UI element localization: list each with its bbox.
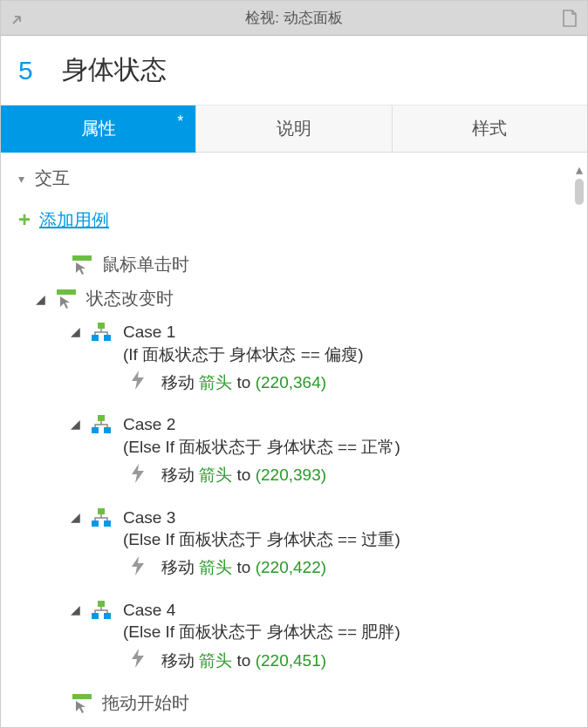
svg-rect-10 xyxy=(104,520,111,527)
expand-toggle[interactable]: ◢ xyxy=(71,510,86,524)
tab-label: 样式 xyxy=(472,117,507,140)
svg-rect-1 xyxy=(57,289,76,295)
event-icon xyxy=(57,289,76,309)
action-to: to xyxy=(237,466,251,484)
panel-title: 检视: 动态面板 xyxy=(36,8,552,28)
action-verb: 移动 xyxy=(161,558,195,576)
action-item[interactable]: 移动 箭头 to (220,422) xyxy=(1,553,587,594)
action-verb: 移动 xyxy=(161,466,195,484)
tab-notes[interactable]: 说明 xyxy=(196,105,392,153)
action-to: to xyxy=(237,651,251,670)
action-text: 移动 箭头 to (220,364) xyxy=(161,371,326,394)
action-verb: 移动 xyxy=(161,373,195,391)
bolt-icon xyxy=(130,464,149,487)
section-title: 交互 xyxy=(35,167,70,190)
case-item[interactable]: ◢ Case 1 (If 面板状态于 身体状态 == 偏瘦) xyxy=(1,316,587,367)
case-icon xyxy=(92,601,111,620)
expand-toggle[interactable]: ◢ xyxy=(71,324,86,338)
action-coords: (220,422) xyxy=(256,558,326,576)
scrollbar-thumb[interactable] xyxy=(575,179,584,205)
svg-rect-3 xyxy=(92,335,99,341)
bolt-icon xyxy=(130,556,149,580)
event-label: 拖动开始时 xyxy=(102,691,189,715)
action-coords: (220,393) xyxy=(256,466,326,484)
add-case-button[interactable]: + 添加用例 xyxy=(1,199,587,248)
scroll-up-icon[interactable]: ▴ xyxy=(571,161,587,178)
case-text: Case 3 (Else If 面板状态于 身体状态 == 过重) xyxy=(123,507,400,551)
svg-rect-11 xyxy=(98,601,105,607)
event-label: 状态改变时 xyxy=(86,287,174,310)
case-condition: (If 面板状态于 身体状态 == 偏瘦) xyxy=(123,344,364,366)
action-text: 移动 箭头 to (220,451) xyxy=(161,650,326,672)
case-label: Case 4 xyxy=(123,599,400,622)
case-condition: (Else If 面板状态于 身体状态 == 肥胖) xyxy=(123,621,400,643)
action-verb: 移动 xyxy=(161,651,195,670)
case-text: Case 4 (Else If 面板状态于 身体状态 == 肥胖) xyxy=(123,599,400,643)
case-icon xyxy=(92,508,111,527)
action-target: 箭头 xyxy=(199,466,232,484)
case-label: Case 3 xyxy=(123,507,400,529)
chevron-down-icon: ▾ xyxy=(18,172,24,186)
popout-icon[interactable] xyxy=(1,11,36,25)
case-label: Case 1 xyxy=(123,321,364,344)
svg-rect-2 xyxy=(98,323,105,329)
svg-rect-12 xyxy=(92,613,99,619)
action-item[interactable]: 移动 箭头 to (220,393) xyxy=(1,460,587,501)
bolt-icon xyxy=(130,649,149,672)
properties-panel: ▴ ▾ 交互 + 添加用例 ◢ 鼠标单击时 ◢ 状态改变时 ◢ Case xyxy=(1,153,587,728)
case-label: Case 2 xyxy=(123,413,400,436)
action-to: to xyxy=(237,373,251,391)
action-text: 移动 箭头 to (220,393) xyxy=(161,464,326,486)
expand-toggle[interactable]: ◢ xyxy=(71,602,86,616)
action-text: 移动 箭头 to (220,422) xyxy=(161,556,326,579)
panel-header: 检视: 动态面板 xyxy=(1,1,587,36)
svg-rect-8 xyxy=(98,508,105,514)
event-icon xyxy=(72,694,92,713)
interactions-section[interactable]: ▾ 交互 xyxy=(1,153,587,199)
expand-toggle[interactable]: ◢ xyxy=(71,417,86,431)
widget-info: 5 身体状态 xyxy=(1,36,587,105)
svg-rect-9 xyxy=(92,520,99,527)
widget-index: 5 xyxy=(18,56,53,85)
svg-rect-13 xyxy=(104,613,111,619)
case-icon xyxy=(92,323,111,342)
action-coords: (220,451) xyxy=(256,651,326,670)
action-to: to xyxy=(237,558,251,576)
tab-style[interactable]: 样式 xyxy=(393,105,587,153)
case-icon xyxy=(92,415,111,434)
svg-rect-5 xyxy=(98,415,105,421)
action-coords: (220,364) xyxy=(256,373,326,391)
action-target: 箭头 xyxy=(199,373,232,391)
plus-icon: + xyxy=(18,208,31,232)
action-item[interactable]: 移动 箭头 to (220,364) xyxy=(1,367,587,408)
action-item[interactable]: 移动 箭头 to (220,451) xyxy=(1,645,587,686)
action-target: 箭头 xyxy=(199,651,232,670)
case-text: Case 2 (Else If 面板状态于 身体状态 == 正常) xyxy=(123,413,400,458)
bolt-icon xyxy=(130,371,149,394)
tab-properties[interactable]: 属性 * xyxy=(1,105,196,153)
tab-label: 说明 xyxy=(277,117,311,140)
case-list: ◢ Case 1 (If 面板状态于 身体状态 == 偏瘦) 移动 箭头 to … xyxy=(1,316,587,686)
dirty-indicator: * xyxy=(177,112,183,131)
case-text: Case 1 (If 面板状态于 身体状态 == 偏瘦) xyxy=(123,321,364,365)
case-item[interactable]: ◢ Case 2 (Else If 面板状态于 身体状态 == 正常) xyxy=(1,408,587,459)
event-dragstart[interactable]: ◢ 拖动开始时 xyxy=(1,686,587,720)
widget-name[interactable]: 身体状态 xyxy=(62,52,167,88)
case-condition: (Else If 面板状态于 身体状态 == 正常) xyxy=(123,436,400,459)
add-case-label: 添加用例 xyxy=(39,208,109,232)
svg-rect-6 xyxy=(92,427,99,433)
svg-rect-7 xyxy=(104,427,111,433)
case-item[interactable]: ◢ Case 3 (Else If 面板状态于 身体状态 == 过重) xyxy=(1,501,587,553)
svg-rect-14 xyxy=(72,694,92,699)
event-onclick[interactable]: ◢ 鼠标单击时 xyxy=(1,248,587,282)
svg-rect-4 xyxy=(104,335,111,341)
event-icon xyxy=(72,255,92,275)
tab-bar: 属性 * 说明 样式 xyxy=(1,105,587,153)
case-condition: (Else If 面板状态于 身体状态 == 过重) xyxy=(123,528,400,551)
event-panelstatechange[interactable]: ◢ 状态改变时 xyxy=(1,282,587,316)
expand-toggle[interactable]: ◢ xyxy=(36,292,51,306)
notes-icon[interactable] xyxy=(552,10,587,27)
event-label: 鼠标单击时 xyxy=(102,253,189,276)
case-item[interactable]: ◢ Case 4 (Else If 面板状态于 身体状态 == 肥胖) xyxy=(1,594,587,645)
action-target: 箭头 xyxy=(199,558,232,576)
